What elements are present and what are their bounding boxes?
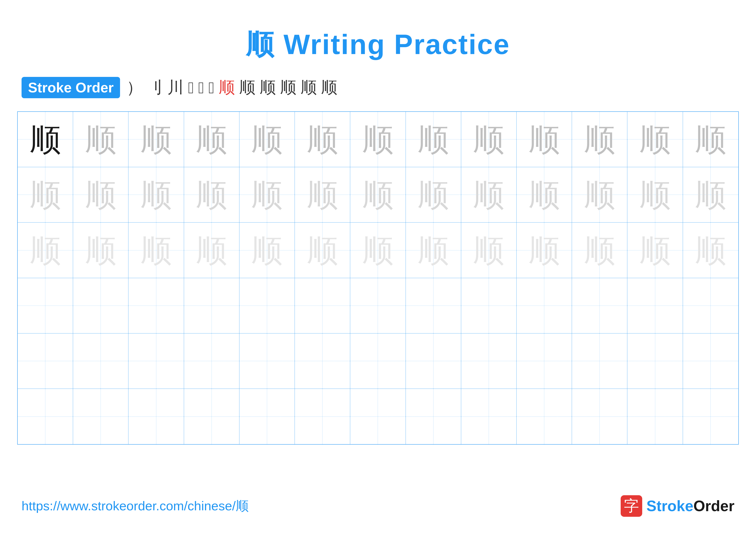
grid-cell-3-3: 顺 xyxy=(128,222,184,278)
stroke-step-3: 川 xyxy=(168,77,184,98)
grid-cell-2-6: 顺 xyxy=(295,167,350,222)
char-vlight: 顺 xyxy=(473,235,504,266)
footer-url[interactable]: https://www.strokeorder.com/chinese/顺 xyxy=(21,497,249,515)
grid-cell-4-11[interactable] xyxy=(572,278,627,333)
grid-cell-3-2: 顺 xyxy=(73,222,128,278)
grid-cell-5-12[interactable] xyxy=(627,333,683,389)
grid-cell-2-4: 顺 xyxy=(184,167,239,222)
char-mid: 顺 xyxy=(584,124,615,155)
char-mid: 顺 xyxy=(473,124,504,155)
grid-cell-5-10[interactable] xyxy=(517,333,572,389)
stroke-order-row: Stroke Order ） 刂 川 𠃊 𠃊 𠃊 顺 顺 顺 顺 顺 顺 xyxy=(0,77,756,98)
logo-text: StrokeOrder xyxy=(647,497,735,515)
grid-row-5 xyxy=(18,333,738,389)
practice-grid: 顺 顺 顺 顺 顺 顺 顺 顺 顺 顺 顺 顺 xyxy=(17,111,739,445)
grid-cell-4-10[interactable] xyxy=(517,278,572,333)
stroke-order-badge: Stroke Order xyxy=(21,77,120,98)
grid-cell-4-4[interactable] xyxy=(184,278,239,333)
grid-cell-1-12: 顺 xyxy=(627,112,683,167)
stroke-step-10: 顺 xyxy=(280,77,296,98)
char-vlight: 顺 xyxy=(584,235,615,266)
char-mid: 顺 xyxy=(196,124,227,155)
stroke-step-1: ） xyxy=(126,77,143,98)
grid-cell-1-7: 顺 xyxy=(350,112,406,167)
grid-cell-3-4: 顺 xyxy=(184,222,239,278)
grid-cell-3-5: 顺 xyxy=(239,222,295,278)
char-vlight: 顺 xyxy=(196,235,227,266)
grid-cell-5-11[interactable] xyxy=(572,333,627,389)
grid-cell-4-9[interactable] xyxy=(461,278,517,333)
grid-cell-4-8[interactable] xyxy=(406,278,461,333)
grid-cell-6-7[interactable] xyxy=(350,389,406,444)
char-vlight: 顺 xyxy=(307,235,338,266)
grid-cell-4-2[interactable] xyxy=(73,278,128,333)
footer: https://www.strokeorder.com/chinese/顺 字 … xyxy=(21,495,735,517)
grid-cell-2-13: 顺 xyxy=(683,167,738,222)
grid-cell-6-1[interactable] xyxy=(18,389,73,444)
grid-cell-6-2[interactable] xyxy=(73,389,128,444)
grid-cell-6-13[interactable] xyxy=(683,389,738,444)
char-light: 顺 xyxy=(639,179,671,211)
char-vlight: 顺 xyxy=(30,235,61,266)
char-mid: 顺 xyxy=(639,124,671,155)
grid-cell-6-6[interactable] xyxy=(295,389,350,444)
grid-cell-2-5: 顺 xyxy=(239,167,295,222)
char-light: 顺 xyxy=(473,179,504,211)
grid-cell-4-13[interactable] xyxy=(683,278,738,333)
grid-row-3: 顺 顺 顺 顺 顺 顺 顺 顺 顺 顺 顺 顺 xyxy=(18,222,738,278)
grid-cell-5-13[interactable] xyxy=(683,333,738,389)
grid-cell-4-3[interactable] xyxy=(128,278,184,333)
grid-cell-3-13: 顺 xyxy=(683,222,738,278)
grid-cell-2-3: 顺 xyxy=(128,167,184,222)
grid-cell-5-1[interactable] xyxy=(18,333,73,389)
char-vlight: 顺 xyxy=(528,235,560,266)
grid-cell-3-9: 顺 xyxy=(461,222,517,278)
char-light: 顺 xyxy=(362,179,393,211)
grid-cell-6-9[interactable] xyxy=(461,389,517,444)
grid-cell-6-11[interactable] xyxy=(572,389,627,444)
grid-cell-1-3: 顺 xyxy=(128,112,184,167)
stroke-step-12: 顺 xyxy=(321,77,337,98)
char-mid: 顺 xyxy=(695,124,726,155)
grid-cell-4-1[interactable] xyxy=(18,278,73,333)
char-mid: 顺 xyxy=(362,124,393,155)
grid-cell-6-4[interactable] xyxy=(184,389,239,444)
grid-cell-1-6: 顺 xyxy=(295,112,350,167)
grid-cell-6-12[interactable] xyxy=(627,389,683,444)
grid-cell-5-6[interactable] xyxy=(295,333,350,389)
stroke-step-2: 刂 xyxy=(147,77,163,98)
char-dark: 顺 xyxy=(30,124,61,155)
grid-cell-5-9[interactable] xyxy=(461,333,517,389)
grid-cell-6-10[interactable] xyxy=(517,389,572,444)
grid-cell-5-5[interactable] xyxy=(239,333,295,389)
grid-cell-2-7: 顺 xyxy=(350,167,406,222)
char-mid: 顺 xyxy=(528,124,560,155)
char-vlight: 顺 xyxy=(695,235,726,266)
grid-row-2: 顺 顺 顺 顺 顺 顺 顺 顺 顺 顺 顺 顺 xyxy=(18,167,738,222)
grid-cell-6-5[interactable] xyxy=(239,389,295,444)
grid-cell-6-3[interactable] xyxy=(128,389,184,444)
char-vlight: 顺 xyxy=(639,235,671,266)
grid-cell-5-7[interactable] xyxy=(350,333,406,389)
grid-cell-1-11: 顺 xyxy=(572,112,627,167)
grid-cell-5-8[interactable] xyxy=(406,333,461,389)
grid-cell-5-2[interactable] xyxy=(73,333,128,389)
grid-cell-3-8: 顺 xyxy=(406,222,461,278)
logo-icon: 字 xyxy=(621,495,642,517)
stroke-step-9: 顺 xyxy=(260,77,276,98)
grid-cell-4-6[interactable] xyxy=(295,278,350,333)
grid-cell-3-7: 顺 xyxy=(350,222,406,278)
stroke-steps: ） 刂 川 𠃊 𠃊 𠃊 顺 顺 顺 顺 顺 顺 xyxy=(126,77,337,98)
grid-cell-1-13: 顺 xyxy=(683,112,738,167)
grid-cell-3-12: 顺 xyxy=(627,222,683,278)
grid-cell-5-4[interactable] xyxy=(184,333,239,389)
grid-row-1: 顺 顺 顺 顺 顺 顺 顺 顺 顺 顺 顺 顺 xyxy=(18,112,738,167)
grid-cell-4-12[interactable] xyxy=(627,278,683,333)
char-vlight: 顺 xyxy=(362,235,393,266)
grid-cell-5-3[interactable] xyxy=(128,333,184,389)
grid-cell-6-8[interactable] xyxy=(406,389,461,444)
grid-cell-4-5[interactable] xyxy=(239,278,295,333)
grid-cell-4-7[interactable] xyxy=(350,278,406,333)
char-vlight: 顺 xyxy=(141,235,172,266)
grid-cell-3-10: 顺 xyxy=(517,222,572,278)
